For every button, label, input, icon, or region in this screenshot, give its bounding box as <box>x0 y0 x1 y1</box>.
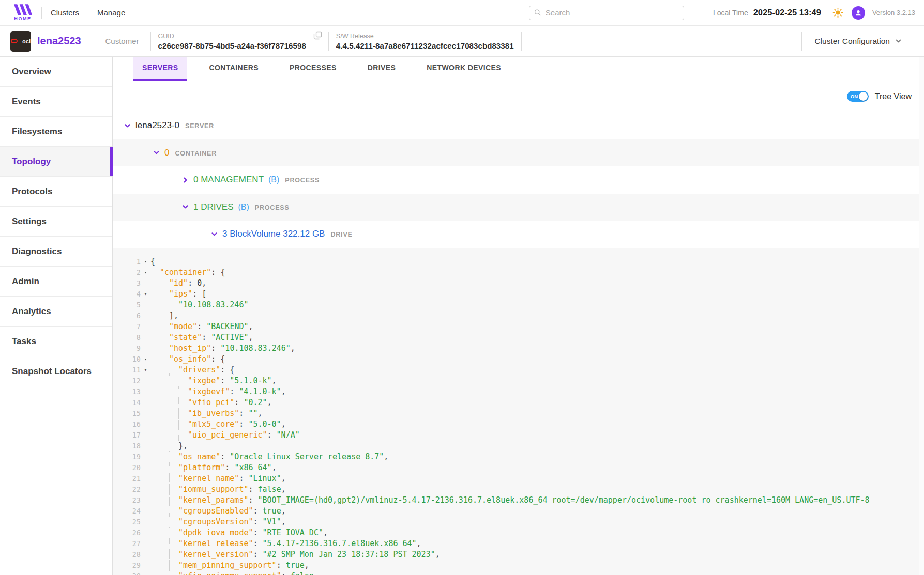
copy-guid-button[interactable] <box>313 31 322 40</box>
fold-toggle-icon[interactable]: ▾ <box>141 267 150 278</box>
indent-guide <box>150 386 160 397</box>
json-key: "ixgbe" <box>188 376 220 386</box>
sidebar-item-analytics[interactable]: Analytics <box>0 297 112 327</box>
fold-spacer <box>141 473 150 484</box>
indent-guide <box>169 549 178 560</box>
tree-node-process[interactable]: 0 MANAGEMENT(B)PROCESS <box>113 166 924 194</box>
expand-chevron-icon[interactable] <box>182 177 189 183</box>
indent-guide <box>169 376 178 386</box>
json-key: "uio_pci_generic" <box>188 430 267 441</box>
sidebar-item-events[interactable]: Events <box>0 87 112 117</box>
sidebar-item-filesystems[interactable]: Filesystems <box>0 117 112 147</box>
collapse-chevron-icon[interactable] <box>211 231 218 238</box>
line-number: 6 <box>113 310 141 321</box>
json-punctuation: , <box>435 549 440 560</box>
collapse-chevron-icon[interactable] <box>124 122 131 129</box>
indent-guide <box>178 408 188 419</box>
indent-guide <box>160 386 169 397</box>
fold-spacer <box>141 506 150 517</box>
sidebar-item-overview[interactable]: Overview <box>0 57 112 87</box>
tree-node-process[interactable]: 1 DRIVES(B)PROCESS <box>113 194 924 221</box>
json-key: "os_name" <box>178 452 220 462</box>
code-line: 6], <box>113 310 924 321</box>
search-field[interactable] <box>546 8 679 17</box>
indent-guide <box>150 321 160 332</box>
code-line: 21"kernel_name": "Linux", <box>113 473 924 484</box>
tree-view-toolbar: ON Tree View <box>113 81 924 112</box>
fold-toggle-icon[interactable]: ▾ <box>141 365 150 376</box>
fold-spacer <box>141 538 150 549</box>
divider <box>94 32 94 51</box>
fold-toggle-icon[interactable]: ▾ <box>141 289 150 300</box>
collapse-chevron-icon[interactable] <box>182 204 189 210</box>
fold-toggle-icon[interactable]: ▾ <box>141 354 150 365</box>
json-punctuation: : { <box>211 267 225 278</box>
sidebar-item-snapshot-locators[interactable]: Snapshot Locators <box>0 356 112 386</box>
indent-guide <box>169 365 178 376</box>
theme-sun-icon[interactable] <box>832 7 843 18</box>
indent-guide <box>150 495 160 506</box>
tree-node-container[interactable]: 0CONTAINER <box>113 139 924 167</box>
tree-node-name[interactable]: 3 BlockVolume 322.12 GB <box>222 229 325 239</box>
tab-processes[interactable]: PROCESSES <box>281 57 345 81</box>
collapse-chevron-icon[interactable] <box>153 149 160 156</box>
json-string: "5.1.0-k" <box>230 376 271 386</box>
line-number: 16 <box>113 419 141 430</box>
cluster-name[interactable]: lena2523 <box>37 35 81 47</box>
tree-view-toggle[interactable]: ON <box>847 91 869 102</box>
nav-clusters[interactable]: Clusters <box>51 8 79 17</box>
indent-guide <box>160 343 169 354</box>
local-time-label: Local Time <box>713 9 748 17</box>
json-punctuation: , <box>281 517 286 527</box>
json-punctuation: { <box>150 256 155 267</box>
vertical-scrollbar[interactable] <box>919 57 924 575</box>
user-avatar[interactable] <box>852 6 865 20</box>
line-number: 4 <box>113 289 141 300</box>
search-input[interactable] <box>529 6 684 20</box>
fold-spacer <box>141 332 150 343</box>
indent-guide <box>150 289 160 300</box>
json-punctuation: , <box>257 408 262 419</box>
indent-guide <box>160 506 169 517</box>
json-punctuation: , <box>281 473 286 484</box>
tab-servers[interactable]: SERVERS <box>133 57 187 81</box>
json-punctuation: : <box>253 549 263 560</box>
json-string: "ACTIVE" <box>211 332 248 343</box>
tab-containers[interactable]: CONTAINERS <box>200 57 267 81</box>
tab-drives[interactable]: DRIVES <box>359 57 405 81</box>
indent-guide <box>150 527 160 538</box>
nav-manage[interactable]: Manage <box>97 8 125 17</box>
indent-guide <box>169 571 178 575</box>
json-punctuation: , <box>281 419 286 430</box>
line-number: 20 <box>113 462 141 473</box>
sidebar-item-protocols[interactable]: Protocols <box>0 177 112 207</box>
sidebar-item-tasks[interactable]: Tasks <box>0 327 112 356</box>
json-key: "kernel_release" <box>178 538 253 549</box>
indent-guide <box>150 310 160 321</box>
json-punctuation: : <box>253 517 263 527</box>
code-line: 11▾"drivers": { <box>113 365 924 376</box>
indent-guide <box>160 310 169 321</box>
sidebar-item-diagnostics[interactable]: Diagnostics <box>0 237 112 267</box>
tree-node-name: 0 MANAGEMENT <box>193 175 264 185</box>
sidebar-item-admin[interactable]: Admin <box>0 267 112 297</box>
fold-toggle-icon[interactable]: ▾ <box>141 256 150 267</box>
sidebar-item-topology[interactable]: Topology <box>0 147 112 177</box>
tab-label: CONTAINERS <box>209 64 259 72</box>
json-key: "id" <box>169 278 188 289</box>
home-logo[interactable]: HOME <box>13 4 32 21</box>
code-line: 22"iommu_support": false, <box>113 484 924 495</box>
json-punctuation: : <box>239 419 248 430</box>
tree-node-type-label: DRIVE <box>330 230 352 238</box>
json-string: "#2 SMP Mon Jan 23 18:37:18 PST 2023" <box>263 549 435 560</box>
tree-node-drive[interactable]: 3 BlockVolume 322.12 GBDRIVE <box>113 221 924 248</box>
sidebar-item-settings[interactable]: Settings <box>0 207 112 237</box>
tree-node-server[interactable]: lena2523-0SERVER <box>113 112 924 139</box>
cluster-configuration-button[interactable]: Cluster Configuration <box>814 37 902 46</box>
brand-logo-icon <box>13 4 32 15</box>
code-line: 17"uio_pci_generic": "N/A" <box>113 430 924 441</box>
json-boolean: true <box>263 506 281 517</box>
tab-network-devices[interactable]: NETWORK DEVICES <box>418 57 510 81</box>
json-punctuation: : { <box>220 365 234 376</box>
local-time-value: 2025-02-25 13:49 <box>753 8 821 18</box>
